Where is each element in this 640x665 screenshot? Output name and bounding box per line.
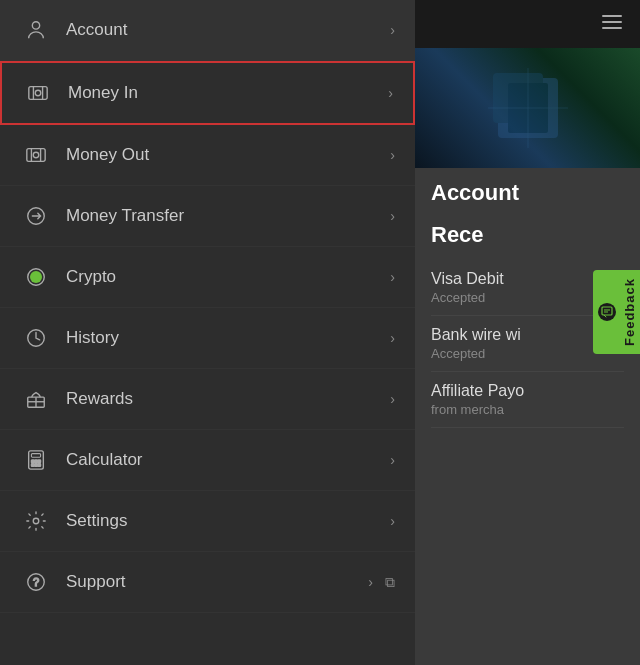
- sidebar-item-label: Settings: [66, 511, 390, 531]
- hero-image-inner: [415, 48, 640, 168]
- hamburger-icon[interactable]: [600, 10, 624, 39]
- svg-rect-15: [31, 460, 34, 463]
- payment-status: from mercha: [431, 402, 624, 417]
- calculator-icon: [20, 444, 52, 476]
- sidebar-item-money-transfer[interactable]: Money Transfer ›: [0, 186, 415, 247]
- chevron-icon: ›: [390, 208, 395, 224]
- sidebar-item-history[interactable]: History ›: [0, 308, 415, 369]
- sidebar-item-crypto[interactable]: Crypto ›: [0, 247, 415, 308]
- sidebar-item-label: History: [66, 328, 390, 348]
- sidebar-item-settings[interactable]: Settings ›: [0, 491, 415, 552]
- sidebar-item-support[interactable]: ? Support › ⧉: [0, 552, 415, 613]
- right-panel: Account Rece Visa Debit Accepted Bank wi…: [415, 0, 640, 665]
- chevron-icon: ›: [390, 22, 395, 38]
- sidebar-item-money-out[interactable]: Money Out ›: [0, 125, 415, 186]
- chevron-icon: ›: [390, 330, 395, 346]
- svg-point-6: [33, 152, 39, 158]
- sidebar-item-account[interactable]: Account ›: [0, 0, 415, 61]
- external-link-icon: ⧉: [385, 574, 395, 591]
- svg-rect-5: [27, 149, 45, 162]
- sidebar-item-label: Rewards: [66, 389, 390, 409]
- sidebar-item-calculator[interactable]: Calculator ›: [0, 430, 415, 491]
- svg-point-2: [35, 90, 41, 96]
- rewards-icon: [20, 383, 52, 415]
- sidebar-item-label: Money Out: [66, 145, 390, 165]
- svg-point-0: [32, 22, 39, 29]
- chevron-icon: ›: [390, 391, 395, 407]
- chevron-icon: ›: [390, 513, 395, 529]
- money-in-icon: [22, 77, 54, 109]
- chevron-icon: ›: [390, 269, 395, 285]
- recent-title: Rece: [431, 222, 624, 248]
- svg-rect-18: [31, 464, 34, 467]
- svg-rect-14: [31, 454, 40, 458]
- svg-rect-16: [35, 460, 38, 463]
- sidebar-item-rewards[interactable]: Rewards ›: [0, 369, 415, 430]
- sidebar-item-label: Money Transfer: [66, 206, 390, 226]
- hero-image: [415, 48, 640, 168]
- sidebar-item-label: Calculator: [66, 450, 390, 470]
- sidebar: Account › Money In › Money Out ›: [0, 0, 415, 665]
- chevron-icon: ›: [390, 452, 395, 468]
- feedback-icon: [598, 303, 616, 321]
- content-area: Account Rece Visa Debit Accepted Bank wi…: [415, 168, 640, 665]
- person-icon: [20, 14, 52, 46]
- sidebar-item-label: Support: [66, 572, 368, 592]
- svg-rect-1: [29, 87, 47, 100]
- history-icon: [20, 322, 52, 354]
- chevron-icon: ›: [390, 147, 395, 163]
- sidebar-item-label: Account: [66, 20, 390, 40]
- svg-text:?: ?: [33, 576, 39, 588]
- settings-icon: [20, 505, 52, 537]
- svg-rect-19: [35, 464, 38, 467]
- crypto-icon: [20, 261, 52, 293]
- svg-rect-20: [38, 464, 41, 467]
- sidebar-item-label: Crypto: [66, 267, 390, 287]
- sidebar-item-label: Money In: [68, 83, 388, 103]
- account-title: Account: [431, 180, 624, 206]
- payment-name: Affiliate Payo: [431, 382, 624, 400]
- support-icon: ?: [20, 566, 52, 598]
- feedback-button[interactable]: Feedback: [593, 270, 640, 354]
- chevron-icon: ›: [368, 574, 373, 590]
- svg-point-21: [33, 518, 39, 524]
- money-out-icon: [20, 139, 52, 171]
- sidebar-item-money-in[interactable]: Money In ›: [0, 61, 415, 125]
- svg-rect-17: [38, 460, 41, 463]
- svg-rect-32: [602, 307, 612, 315]
- feedback-label: Feedback: [622, 278, 637, 346]
- transfer-icon: [20, 200, 52, 232]
- chevron-icon: ›: [388, 85, 393, 101]
- right-header: [415, 0, 640, 48]
- payment-item-affiliate[interactable]: Affiliate Payo from mercha: [431, 372, 624, 428]
